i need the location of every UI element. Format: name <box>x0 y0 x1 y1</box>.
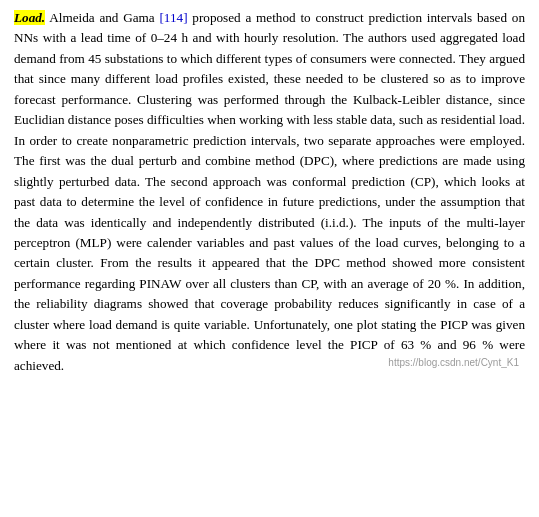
article-paragraph: Load. Almeida and Gama [114] proposed a … <box>14 8 525 376</box>
load-highlight: Load. <box>14 10 45 25</box>
watermark-text: https://blog.csdn.net/Cynt_K1 <box>388 355 519 371</box>
main-text: proposed a method to construct predictio… <box>14 10 525 373</box>
author-intro: Almeida and Gama <box>45 10 159 25</box>
citation-link[interactable]: [114] <box>159 10 187 25</box>
paragraph-body: Load. Almeida and Gama [114] proposed a … <box>14 8 525 376</box>
